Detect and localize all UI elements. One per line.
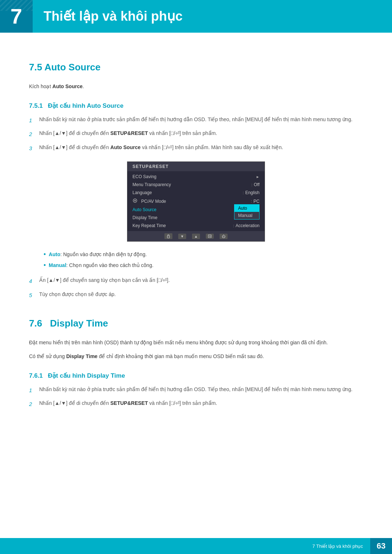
step-4: 4 Ấn [▲/▼] để chuyển sang tùy chọn bạn c… — [29, 276, 363, 286]
bullet-dot-manual: • — [44, 261, 46, 270]
osd-row-language: Language : English — [127, 189, 265, 197]
osd-row-eco: ECO Saving ► — [127, 173, 265, 181]
step-1-text: Nhấn bất kỳ nút nào ở phía trước sản phẩ… — [39, 115, 363, 124]
bullet-manual-desc: : Chọn nguồn vào theo cách thủ công. — [66, 262, 154, 268]
para2-after: để chỉ định khoảng thời gian mà bạn muốn… — [98, 353, 264, 359]
section-7-5-title: 7.5 Auto Source — [29, 62, 363, 75]
step-2: 2 Nhấn [▲/▼] để di chuyển đến SETUP&RESE… — [29, 129, 363, 139]
osd-footer: ▼ ▲ ⏻ — [127, 231, 265, 241]
osd-btn-lock — [164, 233, 172, 239]
main-content: 7.5 Auto Source Kích hoạt Auto Source. 7… — [0, 33, 392, 444]
para2-before: Có thể sử dụng — [29, 353, 66, 359]
osd-header: SETUP&RESET — [127, 162, 265, 171]
osd-row-menu-trans: Menu Transparency : Off — [127, 181, 265, 189]
section-7-6-para1: Đặt menu hiển thị trên màn hình (OSD) th… — [29, 338, 363, 347]
osd-option-auto: Auto — [234, 205, 259, 212]
step-7-6-2-num: 2 — [29, 399, 39, 409]
osd-autosource-dropdown: Auto Manual — [234, 204, 260, 219]
step-7-6-2-before: Nhấn [▲/▼] để di chuyển đến — [39, 400, 110, 406]
bullet-manual-label: Manual — [49, 262, 66, 268]
chapter-number-box: 7 — [0, 0, 33, 33]
step-7-6-1-num: 1 — [29, 385, 39, 395]
intro-bold: Auto Source — [52, 83, 82, 89]
intro-text: Kích hoạt — [29, 83, 52, 89]
step-3-bold: Auto Source — [110, 144, 140, 150]
osd-menu: SETUP&RESET ECO Saving ► Menu Transparen… — [127, 161, 265, 242]
osd-eco-label: ECO Saving — [132, 174, 254, 179]
step-7-6-2-text: Nhấn [▲/▼] để di chuyển đến SETUP&RESET … — [39, 399, 363, 408]
footer-text: 7 Thiết lập và khôi phục — [305, 543, 370, 549]
para2-bold: Display Time — [66, 353, 98, 359]
subsection-7-6-1-label: Đặt cấu hình Display Time — [48, 372, 125, 379]
osd-row-keyrepeat: Key Repeat Time : Acceleration — [127, 222, 265, 230]
step-5-num: 5 — [29, 290, 39, 300]
osd-btn-down: ▼ — [178, 234, 186, 239]
step-7-6-2-after: và nhấn [□/⏎] trên sản phẩm. — [148, 400, 217, 406]
svg-point-1 — [134, 200, 136, 201]
page-header: 7 Thiết lập và khôi phục — [0, 0, 392, 33]
chapter-title-area: Thiết lập và khôi phục — [33, 0, 183, 33]
osd-eco-arrow: ► — [256, 175, 260, 179]
subsection-7-5-1-num: 7.5.1 — [29, 102, 43, 109]
steps-7-6-1: 1 Nhấn bất kỳ nút nào ở phía trước sản p… — [29, 385, 363, 409]
step-7-6-1-text: Nhấn bất kỳ nút nào ở phía trước sản phẩ… — [39, 385, 363, 394]
section-7-6-title: 7.6 Display Time — [29, 318, 363, 331]
bullet-auto-text: Auto: Nguồn vào được nhận diện tự động. — [49, 250, 147, 258]
step-2-after: và nhấn [□/⏎] trên sản phẩm. — [148, 130, 217, 136]
section-7-6-label: Display Time — [50, 318, 108, 329]
step-1: 1 Nhấn bất kỳ nút nào ở phía trước sản p… — [29, 115, 363, 125]
bullet-dot-auto: • — [44, 250, 46, 259]
section-7-6-para2: Có thể sử dụng Display Time để chỉ định … — [29, 352, 363, 361]
section-7-5-label: Auto Source — [44, 62, 101, 73]
step-1-num: 1 — [29, 115, 39, 125]
osd-row-autosource: Auto Source : Auto Manual — [127, 206, 265, 214]
osd-keyrepeat-label: Key Repeat Time — [132, 223, 233, 228]
section-7-6-num: 7.6 — [29, 318, 42, 329]
bullet-auto: • Auto: Nguồn vào được nhận diện tự động… — [44, 250, 363, 259]
osd-btn-up: ▲ — [192, 234, 200, 239]
subsection-7-5-1-label: Đặt cấu hình Auto Source — [48, 102, 123, 109]
step-3-before: Nhấn [▲/▼] để di chuyển đến — [39, 144, 110, 150]
step-4-text: Ấn [▲/▼] để chuyển sang tùy chọn bạn cần… — [39, 276, 363, 285]
svg-rect-2 — [167, 236, 170, 238]
osd-btn-power: ⏻ — [220, 234, 228, 239]
osd-menu-trans-label: Menu Transparency — [132, 182, 251, 187]
bullet-auto-desc: : Nguồn vào được nhận diện tự động. — [60, 251, 147, 257]
step-5-text: Tùy chọn được chọn sẽ được áp. — [39, 290, 363, 299]
osd-pcav-value: PC — [253, 199, 260, 204]
page-footer: 7 Thiết lập và khôi phục 63 — [0, 538, 392, 554]
osd-btn-enter — [206, 234, 214, 239]
osd-language-value: English — [245, 190, 260, 195]
section-7-5-intro: Kích hoạt Auto Source. — [29, 82, 363, 91]
step-7-6-2-bold: SETUP&RESET — [110, 400, 148, 406]
osd-option-manual: Manual — [234, 212, 259, 219]
chapter-title: Thiết lập và khôi phục — [44, 9, 183, 24]
step-4-num: 4 — [29, 276, 39, 286]
subsection-7-5-1-title: 7.5.1 Đặt cấu hình Auto Source — [29, 102, 363, 110]
step-5: 5 Tùy chọn được chọn sẽ được áp. — [29, 290, 363, 300]
step-3-text: Nhấn [▲/▼] để di chuyển đến Auto Source … — [39, 143, 363, 152]
osd-menu-container: SETUP&RESET ECO Saving ► Menu Transparen… — [29, 161, 363, 242]
step-3-num: 3 — [29, 143, 39, 153]
bullet-manual: • Manual: Chọn nguồn vào theo cách thủ c… — [44, 261, 363, 270]
bullet-list-7-5-1: • Auto: Nguồn vào được nhận diện tự động… — [44, 250, 363, 270]
step-3-after: và nhấn [□/⏎] trên sản phẩm. Màn hình sa… — [140, 144, 283, 150]
steps-7-5-1: 1 Nhấn bất kỳ nút nào ở phía trước sản p… — [29, 115, 363, 153]
osd-language-label: Language — [132, 190, 243, 195]
steps-7-5-1-continued: 4 Ấn [▲/▼] để chuyển sang tùy chọn bạn c… — [29, 276, 363, 300]
step-7-6-1: 1 Nhấn bất kỳ nút nào ở phía trước sản p… — [29, 385, 363, 395]
step-2-bold: SETUP&RESET — [110, 130, 148, 136]
section-7-5-num: 7.5 — [29, 62, 42, 73]
intro-end: . — [83, 83, 84, 89]
subsection-7-6-1-title: 7.6.1 Đặt cấu hình Display Time — [29, 372, 363, 379]
chapter-number: 7 — [11, 6, 22, 27]
step-2-num: 2 — [29, 129, 39, 139]
osd-keyrepeat-value: Acceleration — [236, 223, 260, 228]
footer-page-number: 63 — [370, 538, 392, 554]
gear-icon — [132, 198, 139, 204]
subsection-7-6-1-num: 7.6.1 — [29, 372, 43, 379]
bullet-auto-label: Auto — [49, 251, 60, 257]
osd-menu-trans-value: Off — [254, 182, 260, 187]
bullet-manual-text: Manual: Chọn nguồn vào theo cách thủ côn… — [49, 261, 154, 269]
step-7-6-2: 2 Nhấn [▲/▼] để di chuyển đến SETUP&RESE… — [29, 399, 363, 409]
